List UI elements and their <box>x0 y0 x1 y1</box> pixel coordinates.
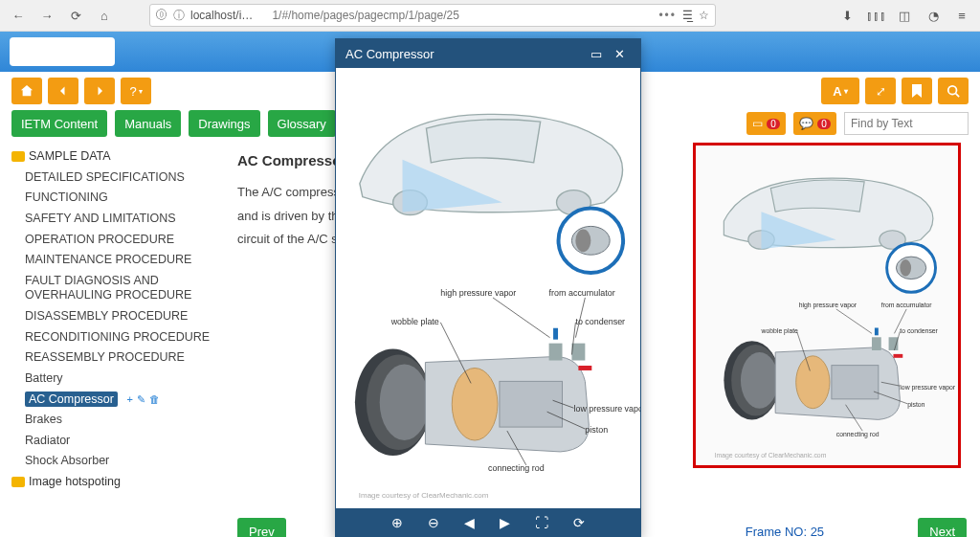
search-button[interactable] <box>938 78 969 104</box>
add-icon[interactable]: + <box>126 393 132 407</box>
tree-item[interactable]: FUNCTIONING <box>11 188 216 209</box>
svg-point-36 <box>380 365 430 441</box>
library-icon[interactable]: ⫿⫿⫿ <box>863 3 888 28</box>
star-icon[interactable]: ☆ <box>699 9 709 22</box>
svg-text:wobble plate: wobble plate <box>390 317 439 326</box>
forward-button[interactable] <box>84 78 115 104</box>
svg-text:to condenser: to condenser <box>575 317 625 326</box>
tree-item[interactable]: OPERATION PROCEDURE <box>11 230 216 251</box>
zoom-out-icon[interactable]: ⊖ <box>428 515 439 530</box>
tree-item[interactable]: SAFETY AND LIMITATIONS <box>11 209 216 230</box>
bookmark-button[interactable] <box>902 78 932 104</box>
reset-icon[interactable]: ⟳ <box>573 515 585 530</box>
modal-header[interactable]: AC Compressor ▭ ✕ <box>336 39 640 68</box>
edit-icon[interactable]: ✎ <box>137 393 145 407</box>
help-button[interactable]: ? <box>121 78 151 104</box>
tree-item[interactable]: REASSEMBLY PROCEDURE <box>11 347 216 369</box>
tree-item[interactable]: Radiator <box>11 431 216 452</box>
more-icon[interactable]: ••• <box>658 9 677 22</box>
modal-title: AC Compressor <box>345 47 585 61</box>
tree-item[interactable]: DETAILED SPECIFICATIONS <box>11 168 216 189</box>
back-icon[interactable]: ← <box>6 3 31 28</box>
svg-line-42 <box>493 298 550 338</box>
svg-line-1 <box>956 94 960 98</box>
tree-item-selected[interactable]: AC Compressor + ✎ 🗑 <box>11 390 216 411</box>
svg-text:high pressure vapor: high pressure vapor <box>440 288 516 298</box>
modal-maximize-icon[interactable]: ▭ <box>585 47 608 61</box>
zoom-in-icon[interactable]: ⊕ <box>391 515 403 530</box>
tree-item[interactable]: Brakes <box>11 410 216 431</box>
svg-text:wobble plate: wobble plate <box>761 327 799 335</box>
next-image-icon[interactable]: ▶ <box>500 515 510 530</box>
svg-rect-40 <box>571 344 585 361</box>
tree-item[interactable]: RECONDITIONING PROCEDURE <box>11 327 216 348</box>
font-button[interactable]: A <box>821 78 859 104</box>
tab-manuals[interactable]: Manuals <box>115 110 181 137</box>
annotations-chip[interactable]: ▭ 0 <box>746 112 786 135</box>
comments-count: 0 <box>817 119 831 129</box>
svg-rect-38 <box>500 381 563 427</box>
svg-text:piston: piston <box>907 401 924 409</box>
modal-diagram-svg: high pressure vapor from accumulator wob… <box>336 68 640 508</box>
prev-image-icon[interactable]: ◀ <box>464 515 475 530</box>
svg-text:from accumulator: from accumulator <box>881 302 933 308</box>
svg-rect-13 <box>889 337 899 350</box>
info-icon: ⓘ <box>173 8 185 24</box>
tab-glossary[interactable]: Glossary <box>268 110 336 137</box>
tree-item[interactable]: Shock Absorber <box>11 451 216 472</box>
reader-icon[interactable]: ☰̲ <box>682 9 693 22</box>
modal-footer: ⊕ ⊖ ◀ ▶ ⛶ ⟳ <box>336 508 640 537</box>
svg-point-37 <box>452 368 498 440</box>
svg-text:low pressure vapor: low pressure vapor <box>900 384 956 392</box>
home-icon[interactable]: ⌂ <box>92 3 117 28</box>
tree-folder-hotspot[interactable]: Image hotspoting <box>11 472 216 493</box>
forward-icon[interactable]: → <box>34 3 59 28</box>
tree-item[interactable]: FAULT DIAGNOSIS AND OVERHAULING PROCEDUR… <box>11 271 216 306</box>
tab-drawings[interactable]: Drawings <box>189 110 259 137</box>
svg-point-10 <box>796 356 830 409</box>
svg-text:high pressure vapor: high pressure vapor <box>799 302 858 309</box>
svg-text:to condenser: to condenser <box>900 327 938 334</box>
note-icon: ▭ <box>752 117 763 130</box>
svg-text:Image courtesy of ClearMechani: Image courtesy of ClearMechanic.com <box>715 452 827 459</box>
home-button[interactable] <box>11 78 42 104</box>
annotations-count: 0 <box>767 119 780 129</box>
svg-line-15 <box>836 309 872 333</box>
comments-chip[interactable]: 💬 0 <box>793 112 836 135</box>
sidebar-icon[interactable]: ◫ <box>892 3 917 28</box>
svg-text:from accumulator: from accumulator <box>549 288 615 298</box>
fullscreen-icon[interactable]: ⛶ <box>535 515 548 530</box>
find-input[interactable] <box>844 112 969 135</box>
back-button[interactable] <box>48 78 78 104</box>
prev-button[interactable]: Prev <box>237 518 286 537</box>
svg-rect-39 <box>549 344 563 361</box>
browser-chrome: ← → ⟳ ⌂ 🄋 ⓘ localhost/i… 1/#/home/pages/… <box>0 0 980 32</box>
delete-icon[interactable]: 🗑 <box>149 393 160 407</box>
svg-point-9 <box>741 352 778 409</box>
url-path: 1/#/home/pages/pagecmp/1/page/25 <box>272 9 458 22</box>
tree-item[interactable]: MAINTENANCE PROCEDURE <box>11 250 216 271</box>
diagram-svg: high pressure vapor from accumulator wob… <box>696 145 958 465</box>
next-button[interactable]: Next <box>918 518 967 537</box>
folder-icon <box>11 477 25 487</box>
svg-point-6 <box>900 259 911 277</box>
tree-item[interactable]: DISASSEMBLY PROCEDURE <box>11 306 216 327</box>
svg-text:low pressure vapor: low pressure vapor <box>573 404 640 414</box>
tree-item[interactable]: Battery <box>11 369 216 390</box>
shield-icon: 🄋 <box>156 9 167 22</box>
address-bar[interactable]: 🄋 ⓘ localhost/i… 1/#/home/pages/pagecmp/… <box>149 4 716 27</box>
modal-close-icon[interactable]: ✕ <box>608 47 631 61</box>
svg-text:connecting rod: connecting rod <box>488 463 545 473</box>
sidebar: SAMPLE DATA DETAILED SPECIFICATIONS FUNC… <box>0 143 224 512</box>
account-icon[interactable]: ◔ <box>921 3 946 28</box>
folder-icon <box>11 151 25 162</box>
tab-ietm-content[interactable]: IETM Content <box>11 110 107 137</box>
figure-thumbnail[interactable]: high pressure vapor from accumulator wob… <box>693 143 961 468</box>
svg-text:Image courtesy of ClearMechani: Image courtesy of ClearMechanic.com <box>359 491 489 500</box>
expand-button[interactable]: ⤢ <box>865 78 896 104</box>
menu-icon[interactable]: ≡ <box>949 3 974 28</box>
reload-icon[interactable]: ⟳ <box>63 3 88 28</box>
downloads-icon[interactable]: ⬇ <box>835 3 859 28</box>
svg-rect-12 <box>872 337 881 350</box>
tree-folder-sample[interactable]: SAMPLE DATA <box>11 146 216 168</box>
